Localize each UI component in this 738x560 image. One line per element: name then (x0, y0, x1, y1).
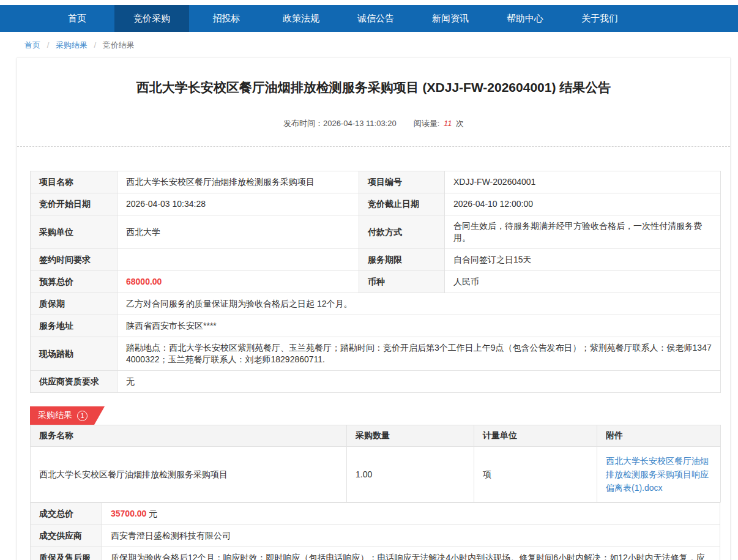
site-survey-value: 踏勘地点：西北大学长安校区紫荆苑餐厅、玉兰苑餐厅；踏勘时间：竞价开启后第3个工作… (117, 337, 721, 371)
nav-tab-integrity-notice[interactable]: 诚信公告 (338, 5, 413, 32)
service-address-value: 陕西省西安市长安区**** (117, 315, 721, 337)
table-header-row: 服务名称 采购数量 计量单位 附件 (31, 425, 721, 447)
article-header: 西北大学长安校区餐厅油烟排放检测服务采购项目 (XDJJ-FW-20260400… (17, 79, 730, 147)
service-address-label: 服务地址 (31, 315, 117, 337)
views-unit: 次 (456, 119, 464, 128)
warranty-period-value: 乙方对合同服务的质量保证期为验收合格后之日起 12个月。 (117, 293, 721, 315)
quantity-header: 采购数量 (347, 425, 474, 447)
purchaser-value: 西北大学 (117, 215, 359, 249)
nav-tab-help-center[interactable]: 帮助中心 (488, 5, 562, 32)
service-period-label: 服务期限 (359, 249, 445, 271)
result-item-row: 西北大学长安校区餐厅油烟排放检测服务采购项目 1.00 项 西北大学长安校区餐厅… (31, 447, 721, 502)
breadcrumb-separator: / (94, 40, 97, 50)
purchase-result-table: 服务名称 采购数量 计量单位 附件 西北大学长安校区餐厅油烟排放检测服务采购项目… (30, 425, 721, 502)
deal-total-unit: 元 (149, 509, 157, 518)
breadcrumb-section-link[interactable]: 采购结果 (56, 40, 88, 50)
result-summary-table: 成交总价 35700.00 元 成交供应商 西安青澄日盛检测科技有限公司 质保及… (30, 502, 720, 560)
payment-method-label: 付款方式 (359, 215, 445, 249)
project-info-table: 项目名称 西北大学长安校区餐厅油烟排放检测服务采购项目 项目编号 XDJJ-FW… (30, 171, 721, 393)
page-title: 西北大学长安校区餐厅油烟排放检测服务采购项目 (XDJJ-FW-20260400… (54, 79, 693, 96)
table-row: 服务地址 陕西省西安市长安区**** (31, 315, 721, 337)
attachment-link[interactable]: 西北大学长安校区餐厅油烟排放检测服务采购项目响应偏离表(1).docx (606, 456, 709, 493)
signing-time-value (117, 249, 359, 271)
supplier-qualification-value: 无 (117, 371, 721, 393)
breadcrumb: 首页 / 采购结果 / 竞价结果 (0, 32, 738, 58)
breadcrumb-current: 竞价结果 (103, 40, 135, 50)
purchase-result-ribbon: 采购结果 1 (30, 406, 105, 425)
project-name-label: 项目名称 (31, 171, 117, 193)
nav-tab-about-us[interactable]: 关于我们 (562, 5, 637, 32)
deal-supplier-label: 成交供应商 (31, 525, 102, 547)
site-survey-label: 现场踏勘 (31, 337, 117, 371)
currency-label: 币种 (359, 271, 445, 293)
signing-time-label: 签约时间要求 (31, 249, 117, 271)
top-navigation: 首页 竞价采购 招投标 政策法规 诚信公告 新闻资讯 帮助中心 关于我们 (0, 5, 738, 32)
announcement-card: 西北大学长安校区餐厅油烟排放检测服务采购项目 (XDJJ-FW-20260400… (17, 58, 731, 560)
supplier-qualification-label: 供应商资质要求 (31, 371, 117, 393)
deal-total-value: 35700.00 (111, 509, 146, 518)
service-period-value: 自合同签订之日15天 (445, 249, 721, 271)
publish-time-label: 发布时间： (283, 119, 323, 128)
nav-tab-news[interactable]: 新闻资讯 (413, 5, 488, 32)
unit-header: 计量单位 (474, 425, 597, 447)
table-row: 竞价开始日期 2026-04-03 10:34:28 竞价截止日期 2026-0… (31, 193, 721, 215)
nav-tab-policy[interactable]: 政策法规 (264, 5, 338, 32)
quantity-cell: 1.00 (347, 447, 474, 502)
currency-value: 人民币 (445, 271, 721, 293)
article-meta: 发布时间：2026-04-13 11:03:20阅读量: 11 次 (17, 118, 730, 146)
views-count: 11 (444, 119, 452, 128)
project-name-value: 西北大学长安校区餐厅油烟排放检测服务采购项目 (117, 171, 359, 193)
project-code-label: 项目编号 (359, 171, 445, 193)
attachment-cell: 西北大学长安校区餐厅油烟排放检测服务采购项目响应偏离表(1).docx (597, 447, 721, 502)
result-count-badge: 1 (77, 411, 88, 421)
deal-total-cell: 35700.00 元 (102, 503, 720, 525)
after-sales-value: 质保期为验收合格后12个月；响应时效：即时响应（包括电话响应）；电话响应无法解决… (102, 547, 720, 560)
unit-cell: 项 (474, 447, 597, 502)
table-row: 成交供应商 西安青澄日盛检测科技有限公司 (31, 525, 720, 547)
nav-tab-bidding-purchase[interactable]: 竞价采购 (114, 5, 189, 32)
bid-end-value: 2026-04-10 12:00:00 (445, 193, 721, 215)
table-row: 预算总价 68000.00 币种 人民币 (31, 271, 721, 293)
table-row: 项目名称 西北大学长安校区餐厅油烟排放检测服务采购项目 项目编号 XDJJ-FW… (31, 171, 721, 193)
views-label: 阅读量: (414, 119, 440, 128)
deal-supplier-value: 西安青澄日盛检测科技有限公司 (102, 525, 720, 547)
service-name-cell: 西北大学长安校区餐厅油烟排放检测服务采购项目 (31, 447, 347, 502)
project-code-value: XDJJ-FW-202604001 (445, 171, 721, 193)
publish-time-value: 2026-04-13 11:03:20 (323, 119, 397, 128)
service-name-header: 服务名称 (31, 425, 347, 447)
bid-start-label: 竞价开始日期 (31, 193, 117, 215)
budget-label: 预算总价 (31, 271, 117, 293)
after-sales-label: 质保及售后服务 (31, 547, 102, 560)
breadcrumb-home-link[interactable]: 首页 (24, 40, 40, 50)
attachment-header: 附件 (597, 425, 721, 447)
table-row: 供应商资质要求 无 (31, 371, 721, 393)
budget-value: 68000.00 (117, 271, 359, 293)
payment-method-value: 合同生效后，待服务期满并经甲方验收合格后，一次性付清服务费用。 (445, 215, 721, 249)
table-row: 成交总价 35700.00 元 (31, 503, 720, 525)
bid-start-value: 2026-04-03 10:34:28 (117, 193, 359, 215)
table-row: 现场踏勘 踏勘地点：西北大学长安校区紫荆苑餐厅、玉兰苑餐厅；踏勘时间：竞价开启后… (31, 337, 721, 371)
purchase-result-label: 采购结果 (38, 410, 72, 421)
table-row: 质保及售后服务 质保期为验收合格后12个月；响应时效：即时响应（包括电话响应）；… (31, 547, 720, 560)
table-row: 质保期 乙方对合同服务的质量保证期为验收合格后之日起 12个月。 (31, 293, 721, 315)
warranty-period-label: 质保期 (31, 293, 117, 315)
deal-total-label: 成交总价 (31, 503, 102, 525)
nav-tab-tender[interactable]: 招投标 (189, 5, 264, 32)
nav-tab-home[interactable]: 首页 (40, 5, 114, 32)
table-row: 签约时间要求 服务期限 自合同签订之日15天 (31, 249, 721, 271)
bid-end-label: 竞价截止日期 (359, 193, 445, 215)
table-row: 采购单位 西北大学 付款方式 合同生效后，待服务期满并经甲方验收合格后，一次性付… (31, 215, 721, 249)
purchaser-label: 采购单位 (31, 215, 117, 249)
breadcrumb-separator: / (47, 40, 50, 50)
